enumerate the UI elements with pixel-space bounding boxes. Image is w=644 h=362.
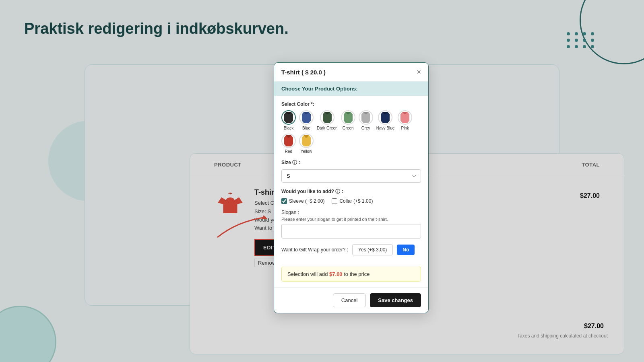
gift-wrap-no-button[interactable]: No xyxy=(397,245,415,255)
slogan-hint: Please enter your slogan to get it print… xyxy=(281,217,421,222)
svg-rect-5 xyxy=(347,114,350,122)
addons-field-label: Would you like to add? ⓘ : xyxy=(281,188,421,195)
addons-checkbox-group: Sleeve (+$ 2.00) Collar (+$ 1.00) xyxy=(281,198,421,204)
svg-rect-10 xyxy=(305,138,308,146)
svg-rect-9 xyxy=(287,138,290,146)
sleeve-label: Sleeve (+$ 2.00) xyxy=(289,198,324,204)
svg-rect-6 xyxy=(364,114,367,122)
color-label-darkgreen: Dark Green xyxy=(317,126,338,130)
product-options-modal: T-shirt ( $ 20.0 ) × Choose Your Product… xyxy=(274,62,429,313)
modal-body: Choose Your Product Options: Select Colo… xyxy=(274,82,428,282)
color-label-black: Black xyxy=(284,126,293,130)
sleeve-checkbox-item[interactable]: Sleeve (+$ 2.00) xyxy=(281,198,324,204)
gift-wrap-label: Want to Gift Wrap your order? : xyxy=(281,247,348,253)
collar-checkbox-item[interactable]: Collar (+$ 1.00) xyxy=(332,198,373,204)
color-label-grey: Grey xyxy=(361,126,370,130)
modal-close-button[interactable]: × xyxy=(417,68,421,76)
color-option-red[interactable]: Red xyxy=(281,134,296,154)
save-changes-button[interactable]: Save changes xyxy=(370,293,421,307)
size-select[interactable]: S XS M L XL XXL xyxy=(281,169,421,183)
svg-rect-2 xyxy=(287,114,290,122)
color-field-label: Select Color *: xyxy=(281,101,421,107)
color-label-green: Green xyxy=(343,126,354,130)
sleeve-checkbox[interactable] xyxy=(281,198,287,204)
color-option-darkgreen[interactable]: Dark Green xyxy=(317,110,338,130)
modal-footer: Cancel Save changes xyxy=(274,287,428,313)
color-option-blue[interactable]: Blue xyxy=(299,110,314,130)
selection-notice: Selection will add $7.00 to the price xyxy=(281,267,421,282)
svg-rect-7 xyxy=(384,114,387,122)
gift-wrap-row: Want to Gift Wrap your order? : Yes (+$ … xyxy=(281,244,421,255)
modal-title: T-shirt ( $ 20.0 ) xyxy=(281,69,326,76)
collar-checkbox[interactable] xyxy=(332,198,337,204)
color-label-yellow: Yellow xyxy=(301,149,312,154)
collar-label: Collar (+$ 1.00) xyxy=(339,198,373,204)
svg-rect-4 xyxy=(326,114,329,122)
selection-price: $7.00 xyxy=(329,271,343,277)
color-option-pink[interactable]: Pink xyxy=(398,110,412,130)
cancel-button[interactable]: Cancel xyxy=(333,293,366,307)
section-header: Choose Your Product Options: xyxy=(274,82,428,96)
gift-wrap-yes-button[interactable]: Yes (+$ 3.00) xyxy=(352,244,393,255)
options-content: Select Color *: Black Blue xyxy=(274,96,428,267)
color-option-black[interactable]: Black xyxy=(281,110,296,130)
color-option-yellow[interactable]: Yellow xyxy=(299,134,314,154)
color-grid: Black Blue Dark Green xyxy=(281,110,421,154)
color-label-pink: Pink xyxy=(401,126,409,130)
size-field-label: Size ⓘ : xyxy=(281,159,421,166)
color-option-green[interactable]: Green xyxy=(341,110,355,130)
slogan-field-label: Slogan : xyxy=(281,210,421,215)
color-label-red: Red xyxy=(285,149,292,154)
svg-rect-8 xyxy=(403,114,407,122)
color-label-navyblue: Navy Blue xyxy=(376,126,395,130)
color-option-grey[interactable]: Grey xyxy=(359,110,373,130)
color-label-blue: Blue xyxy=(302,126,310,130)
slogan-input[interactable] xyxy=(281,224,421,239)
color-option-navyblue[interactable]: Navy Blue xyxy=(376,110,395,130)
svg-rect-3 xyxy=(305,114,308,122)
modal-header: T-shirt ( $ 20.0 ) × xyxy=(274,63,428,82)
